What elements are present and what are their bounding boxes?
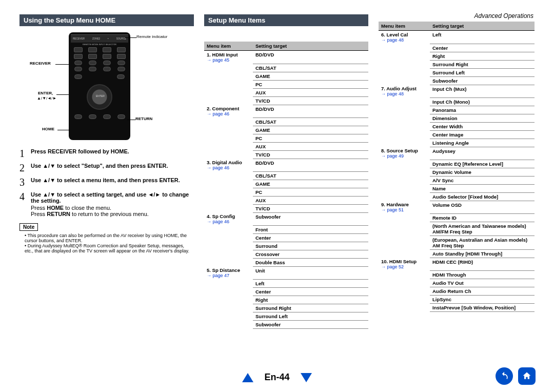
setting-target: Name bbox=[430, 184, 535, 192]
step-text-2: Use ▲/▼ to select "Setup", and then pres… bbox=[31, 163, 168, 169]
setting-target: Dynamic Volume bbox=[430, 168, 535, 176]
setting-target: Right bbox=[253, 296, 368, 304]
menu-item-title: 10. HDMI Setup→ page 52 bbox=[379, 258, 430, 270]
step-num-4: 4 bbox=[19, 191, 31, 217]
setting-target: (North American and Taiwanese models)AM/… bbox=[430, 222, 535, 236]
page-link[interactable]: → page 46 bbox=[207, 165, 250, 170]
setting-target: Dimension bbox=[430, 114, 535, 122]
heading-using-setup-menu: Using the Setup Menu HOME bbox=[19, 14, 194, 26]
setting-target: AUX bbox=[253, 196, 368, 204]
setting-target: HDMI Through bbox=[430, 270, 535, 279]
th-menu-item: Menu item bbox=[204, 42, 253, 51]
note-2: During Audyssey MultEQ® Room Correction … bbox=[25, 243, 194, 253]
setting-target: Left bbox=[430, 31, 535, 44]
setting-target: PC bbox=[253, 134, 368, 142]
setting-target: TV/CD bbox=[253, 96, 368, 105]
setting-target: Surround Right bbox=[430, 60, 535, 68]
setting-target: CBL/SAT bbox=[253, 64, 368, 72]
step-text-3: Use ▲/▼ to select a menu item, and then … bbox=[31, 177, 180, 183]
setting-target: Audio Selector [Fixed Mode] bbox=[430, 192, 535, 201]
column-right: Menu item Setting target 6. Level Cal→ p… bbox=[379, 14, 535, 329]
setting-target: Volume OSD bbox=[430, 201, 535, 213]
page-link[interactable]: → page 51 bbox=[381, 207, 427, 212]
menu-table-left: Menu item Setting target 1. HDMI Input→ … bbox=[204, 42, 368, 329]
page-link[interactable]: → page 46 bbox=[207, 219, 250, 224]
setting-target: GAME bbox=[253, 180, 368, 188]
setting-target: Subwoofer bbox=[253, 212, 368, 225]
setting-target: Subwoofer bbox=[430, 76, 535, 85]
setting-target: CBL/SAT bbox=[253, 117, 368, 126]
setting-target: AUX bbox=[253, 142, 368, 150]
menu-item-title: 1. HDMI Input→ page 45 bbox=[204, 51, 253, 64]
setting-target: Panorama bbox=[430, 106, 535, 114]
setting-target: Crossover bbox=[253, 250, 368, 258]
page-link[interactable]: → page 46 bbox=[207, 111, 250, 116]
setting-target: PC bbox=[253, 188, 368, 196]
setting-target: TV/CD bbox=[253, 150, 368, 159]
setting-target: BD/DVD bbox=[253, 51, 368, 64]
setting-target: Double Bass bbox=[253, 258, 368, 266]
setting-target: Listening Angle bbox=[430, 139, 535, 147]
menu-item-title: 8. Source Setup→ page 49 bbox=[379, 147, 430, 160]
setting-target: Surround bbox=[253, 242, 368, 250]
page-link[interactable]: → page 49 bbox=[381, 153, 427, 159]
column-middle: Setup Menu Items Menu item Setting targe… bbox=[204, 14, 368, 329]
label-return: RETURN bbox=[135, 116, 152, 121]
label-receiver: RECEIVER bbox=[30, 61, 51, 66]
note-1: This procedure can also be performed on … bbox=[25, 233, 194, 243]
setting-target: Left bbox=[253, 279, 368, 287]
section-header: Advanced Operations bbox=[474, 12, 533, 19]
step-num-3: 3 bbox=[19, 177, 31, 187]
setting-target: BD/DVD bbox=[253, 159, 368, 171]
page-link[interactable]: → page 52 bbox=[381, 264, 427, 269]
step-num-2: 2 bbox=[19, 163, 31, 173]
th-setting-target-r: Setting target bbox=[430, 22, 535, 31]
menu-table-right: Menu item Setting target 6. Level Cal→ p… bbox=[379, 22, 535, 312]
remote-diagram: RECEIVERZONE2•SOURCE REMOTE MODE INPUT S… bbox=[19, 30, 194, 143]
setting-target: TV/CD bbox=[253, 204, 368, 212]
next-page-icon[interactable] bbox=[301, 373, 312, 382]
setting-target: Auto Standby [HDMI Through] bbox=[430, 249, 535, 258]
step-num-1: 1 bbox=[19, 148, 31, 159]
page-link[interactable]: → page 48 bbox=[381, 91, 427, 96]
back-icon[interactable] bbox=[496, 367, 513, 385]
setting-target: Audio TV Out bbox=[430, 279, 535, 287]
menu-item-title: 7. Audio Adjust→ page 48 bbox=[379, 85, 430, 97]
setting-target: Center bbox=[430, 44, 535, 52]
setting-target: Center Image bbox=[430, 130, 535, 139]
page-link[interactable]: → page 47 bbox=[207, 273, 250, 278]
label-remote-indicator: Remote indicator bbox=[136, 34, 167, 39]
setting-target: CBL/SAT bbox=[253, 171, 368, 180]
setting-target: Audio Return Ch bbox=[430, 287, 535, 295]
setting-target: Right bbox=[430, 52, 535, 60]
setting-target: Input Ch (Mux) bbox=[430, 85, 535, 97]
setting-target: Surround Left bbox=[430, 68, 535, 76]
column-left: Using the Setup Menu HOME RECEIVERZONE2•… bbox=[19, 14, 194, 329]
setting-target: AUX bbox=[253, 88, 368, 96]
setting-target: Input Ch (Mono) bbox=[430, 97, 535, 106]
menu-item-title: 2. Component→ page 46 bbox=[204, 105, 253, 117]
setting-target: GAME bbox=[253, 72, 368, 80]
steps-list: 1 Press RECEIVER followed by HOME. 2 Use… bbox=[19, 148, 194, 217]
setting-target: LipSync bbox=[430, 295, 535, 303]
label-home: HOME bbox=[42, 127, 54, 131]
setting-target: Dynamic EQ [Reference Level] bbox=[430, 160, 535, 168]
page-link[interactable]: → page 45 bbox=[207, 57, 250, 63]
menu-item-title: 3. Digital Audio→ page 46 bbox=[204, 159, 253, 171]
remote-illustration: RECEIVERZONE2•SOURCE REMOTE MODE INPUT S… bbox=[69, 32, 130, 140]
setting-target: PC bbox=[253, 80, 368, 88]
setting-target: Center bbox=[253, 287, 368, 296]
menu-item-title: 6. Level Cal→ page 48 bbox=[379, 31, 430, 44]
prev-page-icon[interactable] bbox=[242, 373, 253, 382]
setting-target: A/V Sync bbox=[430, 176, 535, 184]
setting-target: Center Width bbox=[430, 122, 535, 130]
setting-target: Center bbox=[253, 233, 368, 242]
setting-target: Front bbox=[253, 225, 368, 233]
page-link[interactable]: → page 48 bbox=[381, 37, 427, 43]
step-text-1: Press RECEIVER followed by HOME. bbox=[31, 148, 129, 154]
setting-target: Surround Right bbox=[253, 304, 368, 312]
heading-setup-menu-items: Setup Menu Items bbox=[204, 14, 368, 26]
home-icon[interactable] bbox=[518, 367, 536, 385]
setting-target: Unit bbox=[253, 266, 368, 279]
setting-target: Remote ID bbox=[430, 213, 535, 222]
